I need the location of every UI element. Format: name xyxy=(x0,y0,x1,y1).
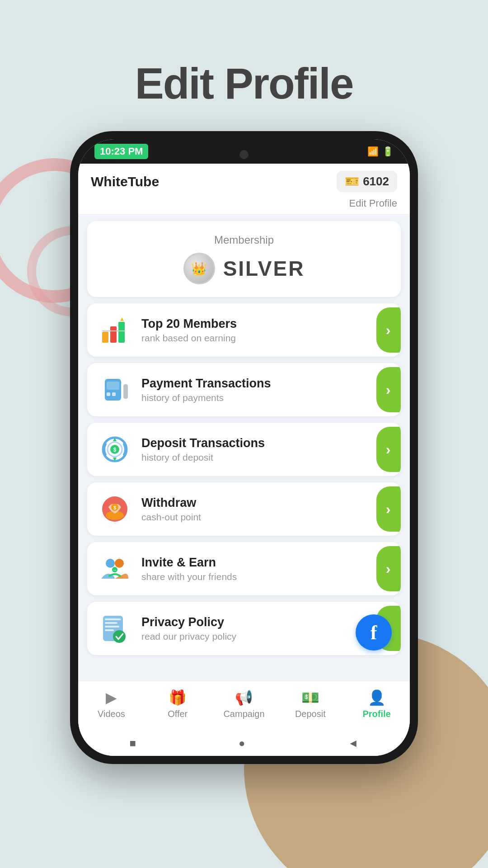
edit-profile-link[interactable]: Edit Profile xyxy=(78,198,410,214)
bottom-nav: ▶ Videos 🎁 Offer 📢 Campaign 💵 Deposit 👤 … xyxy=(78,681,410,731)
top-members-icon-wrap xyxy=(97,312,132,348)
deposit-nav-icon: 💵 xyxy=(301,689,319,706)
nav-item-offer[interactable]: 🎁 Offer xyxy=(145,689,211,719)
invite-icon: ↔ xyxy=(99,552,131,585)
invite-text: Invite & Earn share with your friends xyxy=(141,556,391,582)
top-members-text: Top 20 Members rank based on earning xyxy=(141,317,391,344)
svg-rect-25 xyxy=(105,618,121,620)
top-members-title: Top 20 Members xyxy=(141,317,391,331)
menu-item-deposit[interactable]: $ Deposit Transactions history of deposi… xyxy=(87,423,401,476)
phone-frame: 10:23 PM 📶 🔋 WhiteTube 🎫 6102 Edit Profi… xyxy=(70,131,418,764)
status-icons: 📶 🔋 xyxy=(367,146,394,157)
android-nav-bar: ■ ● ◄ xyxy=(78,731,410,756)
payment-text: Payment Transactions history of payments xyxy=(141,377,391,403)
deposit-subtitle: history of deposit xyxy=(141,452,391,463)
phone-screen: 10:23 PM 📶 🔋 WhiteTube 🎫 6102 Edit Profi… xyxy=(78,139,410,756)
wifi-icon: 📶 xyxy=(367,146,379,157)
svg-marker-3 xyxy=(120,317,124,321)
menu-item-invite[interactable]: ↔ Invite & Earn share with your friends xyxy=(87,542,401,595)
videos-label: Videos xyxy=(98,709,125,719)
svg-text:$: $ xyxy=(113,447,117,453)
phone-camera xyxy=(239,150,249,159)
top-members-icon xyxy=(99,314,131,346)
coin-icon: 🎫 xyxy=(345,175,359,189)
payment-title: Payment Transactions xyxy=(141,377,391,391)
offer-icon: 🎁 xyxy=(169,689,187,706)
withdraw-title: Withdraw xyxy=(141,496,391,510)
svg-rect-1 xyxy=(110,326,117,343)
privacy-icon xyxy=(99,612,131,645)
menu-item-top-members[interactable]: Top 20 Members rank based on earning xyxy=(87,303,401,357)
menu-item-privacy[interactable]: Privacy Policy read our privacy policy f xyxy=(87,602,401,655)
svg-rect-6 xyxy=(107,382,119,390)
android-square-btn[interactable]: ■ xyxy=(130,737,136,750)
scroll-content: Membership 👑 SILVER xyxy=(78,214,410,681)
svg-rect-28 xyxy=(105,629,114,631)
deposit-text: Deposit Transactions history of deposit xyxy=(141,436,391,463)
status-time: 10:23 PM xyxy=(94,144,148,159)
membership-content: 👑 SILVER xyxy=(102,253,386,284)
svg-point-29 xyxy=(113,630,126,643)
invite-icon-wrap: ↔ xyxy=(97,551,132,586)
privacy-text: Privacy Policy read our privacy policy xyxy=(141,615,391,642)
menu-item-payment[interactable]: Payment Transactions history of payments xyxy=(87,363,401,416)
nav-item-profile[interactable]: 👤 Profile xyxy=(343,689,410,719)
top-members-arrow xyxy=(376,307,401,353)
coin-badge: 🎫 6102 xyxy=(337,171,397,192)
page-title: Edit Profile xyxy=(0,59,488,108)
svg-rect-2 xyxy=(118,322,125,343)
withdraw-icon-wrap: $ xyxy=(97,491,132,527)
app-name: WhiteTube xyxy=(91,174,159,189)
videos-icon: ▶ xyxy=(106,689,117,706)
offer-label: Offer xyxy=(168,709,188,719)
membership-level: SILVER xyxy=(223,256,305,281)
svg-text:$: $ xyxy=(113,505,116,510)
withdraw-arrow xyxy=(376,486,401,532)
membership-label: Membership xyxy=(102,234,386,246)
deposit-nav-label: Deposit xyxy=(295,709,326,719)
svg-rect-0 xyxy=(102,332,108,343)
deposit-icon-wrap: $ xyxy=(97,432,132,467)
campaign-icon: 📢 xyxy=(235,689,253,706)
deposit-arrow xyxy=(376,427,401,472)
svg-rect-9 xyxy=(123,384,128,399)
privacy-icon-wrap xyxy=(97,611,132,646)
invite-arrow xyxy=(376,546,401,591)
payment-subtitle: history of payments xyxy=(141,392,391,403)
nav-item-deposit[interactable]: 💵 Deposit xyxy=(277,689,343,719)
silver-badge-icon: 👑 xyxy=(183,253,215,284)
coin-value: 6102 xyxy=(363,175,389,189)
withdraw-icon: $ xyxy=(99,493,131,525)
android-circle-btn[interactable]: ● xyxy=(239,737,245,750)
crown-icon: 👑 xyxy=(191,261,207,276)
app-header: WhiteTube 🎫 6102 xyxy=(78,164,410,198)
svg-rect-26 xyxy=(105,622,117,624)
deposit-title: Deposit Transactions xyxy=(141,436,391,450)
withdraw-text: Withdraw cash-out point xyxy=(141,496,391,523)
svg-text:↔: ↔ xyxy=(113,567,117,572)
svg-rect-27 xyxy=(105,626,119,627)
menu-item-withdraw[interactable]: $ Withdraw cash-out point xyxy=(87,482,401,536)
membership-card: Membership 👑 SILVER xyxy=(87,221,401,297)
invite-title: Invite & Earn xyxy=(141,556,391,570)
campaign-label: Campaign xyxy=(223,709,264,719)
profile-nav-icon: 👤 xyxy=(368,689,386,706)
payment-icon xyxy=(99,373,131,406)
privacy-title: Privacy Policy xyxy=(141,615,391,629)
privacy-subtitle: read our privacy policy xyxy=(141,631,391,642)
svg-point-21 xyxy=(115,559,124,568)
facebook-icon: f xyxy=(371,621,377,644)
android-back-btn[interactable]: ◄ xyxy=(348,737,359,750)
svg-rect-7 xyxy=(107,392,110,396)
svg-rect-8 xyxy=(112,392,116,396)
battery-icon: 🔋 xyxy=(382,146,394,157)
withdraw-subtitle: cash-out point xyxy=(141,512,391,523)
payment-arrow xyxy=(376,367,401,412)
invite-subtitle: share with your friends xyxy=(141,571,391,582)
svg-point-20 xyxy=(106,559,115,568)
nav-item-videos[interactable]: ▶ Videos xyxy=(78,689,145,719)
facebook-fab[interactable]: f xyxy=(356,614,392,651)
nav-item-campaign[interactable]: 📢 Campaign xyxy=(211,689,277,719)
deposit-icon: $ xyxy=(99,433,131,466)
top-members-subtitle: rank based on earning xyxy=(141,333,391,344)
